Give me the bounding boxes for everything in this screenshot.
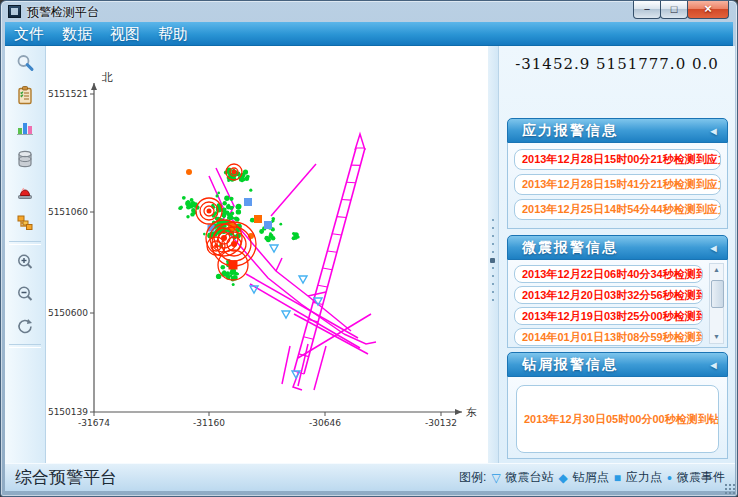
alarm-item[interactable]: 2013年12月19日03时25分00秒检测到能量超限 [514,307,703,325]
menu-data[interactable]: 数据 [53,22,101,46]
svg-text:北: 北 [101,71,113,84]
svg-text:-30646: -30646 [309,418,341,428]
scrollbar[interactable]: ▲ ▼ [709,263,724,344]
left-toolbar [5,46,46,463]
status-platform-label: 综合预警平台 [15,466,117,489]
mine-map-chart[interactable]: -31674-31160-30646-301325151521515106051… [46,46,488,463]
menu-help[interactable]: 帮助 [149,22,197,46]
window-title: 预警检测平台 [27,4,99,21]
seismic-alarm-title: 微震报警信息 [522,239,618,257]
stress-alarm-panel: 应力报警信息 ◄ 2013年12月28日15时00分21秒检测到应力超限2013… [507,118,728,229]
main-content: -31674-31160-30646-301325151521515106051… [5,46,735,463]
speaker-icon[interactable]: ◄ [708,242,719,254]
toolbar-separator [9,344,41,348]
svg-text:-30132: -30132 [425,418,457,428]
scroll-thumb[interactable] [711,280,724,308]
svg-text:-31674: -31674 [78,418,110,428]
stress-alarm-title: 应力报警信息 [522,122,618,140]
stress-alarm-header[interactable]: 应力报警信息 ◄ [507,118,728,143]
toolbar-separator [9,241,41,245]
alarm-item[interactable]: 2013年12月20日03时32分56秒检测到能量超限 [514,286,703,304]
drill-alarm-list: 2013年12月30日05时00分00秒检测到钻屑量超限 [507,377,728,459]
seismic-alarm-header[interactable]: 微震报警信息 ◄ [507,235,728,260]
alarm-item[interactable]: 2014年01月01日13时08分59秒检测到能量超限 [514,328,703,346]
splitter-grip-icon [490,258,495,263]
app-window: 预警检测平台 − □ × 文件 数据 视图 帮助 [0,0,738,497]
panel-splitter[interactable] [488,46,498,463]
database-icon[interactable] [8,145,42,173]
drill-alarm-header[interactable]: 钻屑报警信息 ◄ [507,352,728,377]
event-symbol-icon: • [667,473,672,483]
menu-bar: 文件 数据 视图 帮助 [5,22,733,46]
drill-alarm-panel: 钻屑报警信息 ◄ 2013年12月30日05时00分00秒检测到钻屑量超限 [507,352,728,459]
seismic-alarm-list: ▲ ▼ 2013年12月22日06时40分34秒检测到能量超限2013年12月2… [507,260,728,348]
map-legend: 图例: ▽ 微震台站 ◆ 钻屑点 ■ 应力点 • 微震事件 [459,469,725,486]
svg-text:5151521: 5151521 [48,89,88,99]
alarm-item[interactable]: 2013年12月30日05时00分00秒检测到钻屑量超限 [516,385,719,453]
menu-file[interactable]: 文件 [5,22,53,46]
search-icon[interactable] [8,49,42,77]
svg-text:5151060: 5151060 [48,207,88,217]
legend-stress-label: 应力点 [626,469,662,486]
alarm-item[interactable]: 2013年12月25日14时54分44秒检测到应力超限 [514,199,721,220]
scroll-up-icon[interactable]: ▲ [710,264,723,276]
stress-symbol-icon: ■ [614,471,621,485]
legend-label: 图例: [459,469,486,486]
drill-alarm-title: 钻屑报警信息 [522,356,618,374]
speaker-icon[interactable]: ◄ [708,125,719,137]
svg-text:5150600: 5150600 [48,308,88,318]
alarm-item[interactable]: 2013年12月22日06时40分34秒检测到能量超限 [514,265,703,283]
zoom-out-icon[interactable] [8,280,42,308]
bar-chart-icon[interactable] [8,113,42,141]
legend-drill-label: 钻屑点 [573,469,609,486]
report-icon[interactable] [8,81,42,109]
network-icon[interactable] [8,209,42,237]
legend-event-label: 微震事件 [677,469,725,486]
zoom-in-icon[interactable] [8,248,42,276]
stress-alarm-list: 2013年12月28日15时00分21秒检测到应力超限2013年12月28日15… [507,143,728,229]
seismic-alarm-panel: 微震报警信息 ◄ ▲ ▼ 2013年12月22日06时40分34秒检测到能量超限… [507,235,728,348]
alarm-item[interactable]: 2013年12月28日15时00分21秒检测到应力超限 [514,149,721,170]
alarm-item[interactable]: 2013年12月28日15时41分21秒检测到应力超限 [514,174,721,195]
scroll-down-icon[interactable]: ▼ [710,331,723,343]
svg-text:东: 东 [466,406,477,419]
svg-text:-31160: -31160 [193,418,225,428]
refresh-icon[interactable] [8,312,42,340]
alarm-sidebar: -31452.9 5151777.0 0.0 应力报警信息 ◄ 2013年12月… [498,46,735,463]
svg-text:5150139: 5150139 [48,407,88,417]
drill-symbol-icon: ◆ [559,471,568,485]
title-bar[interactable]: 预警检测平台 − □ × [1,1,737,22]
speaker-icon[interactable]: ◄ [708,359,719,371]
status-bar: 综合预警平台 图例: ▽ 微震台站 ◆ 钻屑点 ■ 应力点 • 微震事件 [5,463,735,491]
alarm-icon[interactable] [8,177,42,205]
legend-station-label: 微震台站 [506,469,554,486]
resize-grip[interactable] [724,483,736,495]
station-symbol-icon: ▽ [491,471,500,485]
close-button[interactable]: × [687,1,729,19]
menu-view[interactable]: 视图 [101,22,149,46]
maximize-button[interactable]: □ [660,1,688,19]
coordinate-readout: -31452.9 5151777.0 0.0 [499,55,735,73]
minimize-button[interactable]: − [633,1,661,19]
app-icon [8,5,21,18]
map-view[interactable]: -31674-31160-30646-301325151521515106051… [46,46,488,463]
